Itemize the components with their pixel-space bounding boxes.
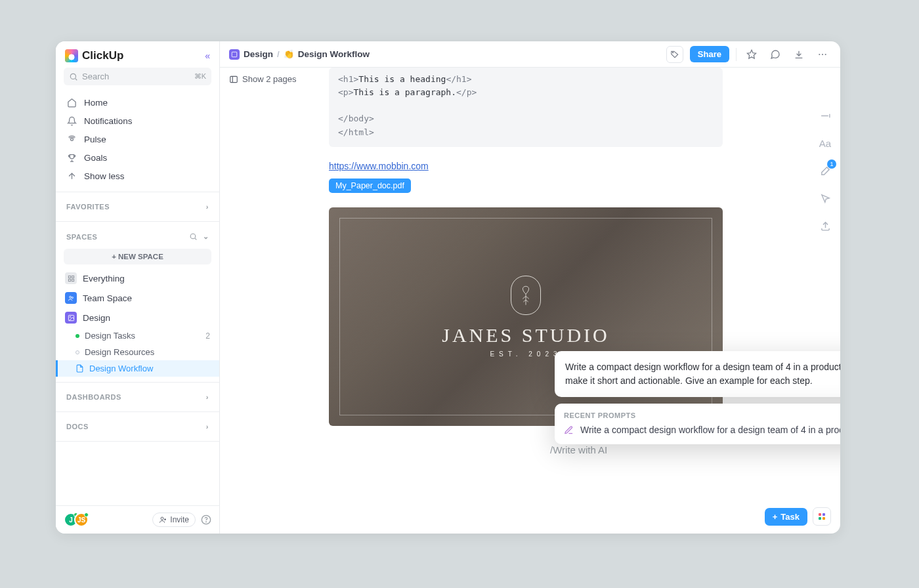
svg-point-24 [825, 53, 826, 54]
clickup-logo-icon [65, 49, 78, 62]
import-icon[interactable] [790, 46, 807, 63]
new-space-button[interactable]: + NEW SPACE [64, 249, 211, 264]
space-design[interactable]: Design [56, 308, 219, 327]
svg-rect-8 [68, 279, 70, 281]
divider [56, 221, 219, 222]
breadcrumb-root[interactable]: Design [244, 49, 273, 59]
primary-nav: Home Notifications Pulse Goals Show less [56, 92, 219, 186]
avatar-stack[interactable]: J JS [64, 513, 89, 527]
section-dashboards[interactable]: DASHBOARDS › [56, 388, 219, 406]
home-icon [66, 97, 77, 108]
sidebar: ClickUp « Search ⌘K Home Notifications [56, 41, 220, 534]
main-content: Design / 👏 Design Workflow Share [220, 41, 840, 534]
sidebar-item-design-tasks[interactable]: Design Tasks 2 [56, 327, 219, 344]
presence-indicator-icon [84, 513, 89, 517]
page-emoji-icon: 👏 [284, 49, 294, 60]
status-dot-icon [75, 350, 79, 354]
svg-marker-21 [747, 50, 756, 58]
nav-pulse[interactable]: Pulse [61, 130, 214, 148]
floral-logo-icon [511, 276, 541, 315]
section-spaces[interactable]: SPACES ⌄ [56, 227, 219, 246]
space-everything[interactable]: Everything [56, 268, 219, 288]
sidebar-header: ClickUp « [56, 41, 219, 68]
invite-button[interactable]: Invite [152, 513, 196, 527]
search-spaces-icon[interactable] [189, 232, 198, 241]
app-switcher-button[interactable] [813, 507, 831, 526]
breadcrumb: Design / 👏 Design Workflow [229, 49, 661, 60]
svg-point-0 [70, 74, 75, 79]
space-team[interactable]: Team Space [56, 288, 219, 308]
brand-name: ClickUp [82, 49, 123, 62]
ruler-icon[interactable] [817, 107, 834, 124]
tag-icon[interactable] [666, 46, 683, 63]
nav-notifications[interactable]: Notifications [61, 112, 214, 130]
svg-line-1 [75, 78, 77, 80]
ai-prompt-input[interactable]: Write a compact design workflow for a de… [555, 351, 840, 397]
svg-rect-6 [68, 276, 70, 278]
badge-count: 1 [827, 159, 836, 169]
cursor-icon[interactable] [817, 190, 834, 207]
breadcrumb-separator: / [277, 49, 280, 59]
code-block[interactable]: <h1>This is a heading</h1> <p>This is a … [329, 68, 723, 147]
svg-point-20 [672, 52, 673, 52]
app-window: ClickUp « Search ⌘K Home Notifications [56, 41, 840, 534]
grid-icon [65, 272, 77, 284]
status-dot-icon [75, 334, 79, 338]
right-rail: Aa 1 [817, 107, 834, 234]
apps-grid-icon [819, 513, 825, 520]
add-user-icon [159, 516, 167, 524]
divider [56, 411, 219, 412]
pulse-icon [66, 134, 77, 144]
nav-show-less[interactable]: Show less [61, 167, 214, 185]
divider [736, 48, 737, 61]
chevron-down-icon[interactable]: ⌄ [203, 232, 209, 241]
more-icon[interactable] [814, 46, 831, 63]
floating-actions: + Task [765, 507, 831, 526]
document-icon [75, 364, 84, 373]
svg-point-23 [822, 53, 823, 54]
recent-prompts-panel: RECENT PROMPTS Write a compact design wo… [555, 404, 840, 444]
chevron-right-icon: › [206, 393, 209, 401]
sidebar-item-design-resources[interactable]: Design Resources [56, 344, 219, 360]
search-icon [69, 72, 78, 81]
show-pages-toggle[interactable]: Show 2 pages [220, 68, 305, 91]
breadcrumb-page[interactable]: Design Workflow [298, 49, 370, 59]
help-icon[interactable] [201, 514, 211, 525]
search-input[interactable]: Search ⌘K [64, 68, 211, 85]
file-attachment-chip[interactable]: My_Paper_doc.pdf [329, 178, 411, 193]
svg-point-18 [206, 522, 207, 522]
image-overlay-text: JANES STUDIO EST. 2023 [442, 276, 610, 358]
arrow-up-icon [66, 171, 77, 181]
collapse-sidebar-icon[interactable]: « [205, 51, 210, 61]
image-icon [65, 312, 77, 324]
font-style-button[interactable]: Aa [817, 135, 834, 152]
topbar-actions: Share [666, 46, 831, 63]
nav-goals[interactable]: Goals [61, 148, 214, 167]
external-link[interactable]: https://www.mobbin.com [329, 160, 723, 172]
star-icon[interactable] [743, 46, 760, 63]
section-favorites[interactable]: FAVORITES › [56, 198, 219, 216]
trophy-icon [66, 152, 77, 163]
avatar: JS [74, 513, 89, 527]
recent-prompt-item[interactable]: Write a compact design workflow for a de… [564, 425, 840, 435]
nav-home[interactable]: Home [61, 93, 214, 112]
divider [56, 192, 219, 192]
share-button[interactable]: Share [690, 46, 729, 62]
plus-icon: + [773, 512, 778, 522]
svg-point-10 [69, 296, 71, 298]
chevron-right-icon: › [206, 203, 209, 211]
divider [56, 441, 219, 442]
svg-rect-19 [232, 52, 237, 57]
svg-line-5 [195, 238, 196, 240]
sidebar-item-design-workflow[interactable]: Design Workflow [56, 360, 219, 377]
new-task-button[interactable]: + Task [765, 508, 807, 526]
sidebar-footer: J JS Invite [56, 505, 219, 534]
magic-wand-icon[interactable]: 1 [817, 162, 834, 179]
section-docs[interactable]: DOCS › [56, 417, 219, 436]
export-icon[interactable] [817, 217, 834, 234]
topbar: Design / 👏 Design Workflow Share [220, 41, 840, 68]
brand-logo[interactable]: ClickUp [65, 49, 123, 62]
item-count: 2 [205, 331, 210, 341]
comment-icon[interactable] [767, 46, 784, 63]
svg-point-2 [70, 138, 73, 140]
